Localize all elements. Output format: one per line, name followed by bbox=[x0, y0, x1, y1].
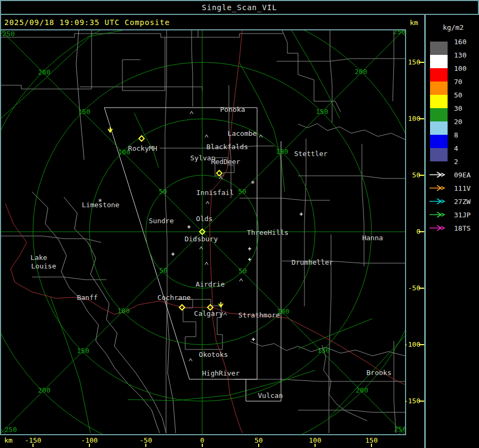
x-axis-label--150: -150 bbox=[20, 436, 46, 444]
town-label-banff: Banff bbox=[77, 294, 97, 302]
down-arrow-icon bbox=[219, 302, 223, 307]
x-axis-tick bbox=[315, 444, 316, 447]
x-axis-label-150: 150 bbox=[359, 436, 384, 444]
legend-value-label: 70 bbox=[454, 78, 463, 86]
legend-color-block-100 bbox=[430, 68, 448, 82]
town-label-threehills: ThreeHills bbox=[247, 229, 288, 237]
legend-value-label: 160 bbox=[454, 38, 466, 46]
legend-value-label: 20 bbox=[454, 118, 463, 126]
small-town-plus-icon bbox=[300, 213, 303, 216]
ring-distance-label: 200 bbox=[356, 386, 368, 394]
small-town-plus-icon bbox=[248, 247, 251, 250]
ring-distance-label: 200 bbox=[354, 68, 367, 76]
ring-distance-label: 50 bbox=[238, 188, 246, 196]
ring-distance-label: 200 bbox=[38, 68, 50, 76]
legend-color-block-4 bbox=[430, 148, 448, 161]
town-label-rockymh: RockyMH bbox=[128, 144, 158, 152]
x-axis-tick bbox=[145, 444, 146, 447]
x-axis-label-100: 100 bbox=[302, 436, 328, 444]
radar-id-label-27ZW: 27ZW bbox=[454, 198, 470, 206]
radar-id-label-18TS: 18TS bbox=[454, 224, 470, 232]
y-axis-label--100: -100 bbox=[403, 340, 420, 348]
town-label-brooks: Brooks bbox=[367, 369, 392, 377]
window-title: Single_Scan_VIL bbox=[202, 3, 277, 12]
small-town-caret-icon bbox=[224, 313, 227, 315]
legend-color-block-20 bbox=[430, 121, 448, 135]
town-label-calgary: Calgary bbox=[194, 309, 224, 317]
radar-arrow-icon-27ZW bbox=[429, 198, 448, 205]
legend-color-block-50 bbox=[430, 95, 448, 108]
town-label-louise: Louise bbox=[31, 262, 56, 270]
y-axis-tick bbox=[419, 62, 424, 63]
y-axis-label-150: 150 bbox=[403, 58, 420, 66]
town-label-highriver: HighRiver bbox=[202, 369, 240, 377]
x-axis-label--100: -100 bbox=[77, 436, 102, 444]
town-label-olds: Olds bbox=[196, 215, 212, 223]
x-axis-unit-label: km bbox=[4, 436, 13, 444]
legend-value-label: 2 bbox=[454, 158, 458, 166]
ring-distance-label: 150 bbox=[78, 108, 90, 116]
ring-distance-label: 50 bbox=[159, 188, 167, 196]
y-axis-label-100: 100 bbox=[403, 115, 420, 123]
legend-value-label: 50 bbox=[454, 91, 463, 99]
legend-color-block-70 bbox=[430, 82, 448, 95]
town-labels: PonokaLacombeBlackfaldsSylvanRedDeerStet… bbox=[30, 105, 391, 400]
vil-legend-panel: kg/m2 16013010070503020842 09EA111V27ZW3… bbox=[426, 15, 479, 448]
legend-value-label: 4 bbox=[454, 144, 458, 152]
small-town-star-icon: * bbox=[251, 179, 255, 188]
town-label-drumheller: Drumheller bbox=[292, 258, 333, 266]
town-label-reddeer: RedDeer bbox=[211, 158, 241, 166]
town-label-airdrie: Airdrie bbox=[196, 280, 225, 288]
legend-value-label: 8 bbox=[454, 131, 458, 139]
title-bar: Single_Scan_VIL bbox=[0, 0, 479, 15]
radar-arrow-icon-31JP bbox=[429, 211, 448, 218]
x-axis-tick bbox=[371, 444, 372, 447]
small-town-caret-icon bbox=[205, 135, 208, 137]
legend-color-block-8 bbox=[430, 135, 448, 148]
town-label-lake: Lake bbox=[30, 254, 47, 262]
legend-color-block-30 bbox=[430, 108, 448, 121]
x-axis-label-50: 50 bbox=[246, 436, 271, 444]
legend-value-label: 130 bbox=[454, 51, 466, 59]
small-town-caret-icon bbox=[189, 359, 192, 361]
ring-distance-label: 150 bbox=[317, 346, 329, 354]
town-label-cochrane: Cochrane bbox=[158, 294, 191, 302]
ring-distance-label: 250 bbox=[394, 425, 405, 433]
small-town-caret-icon bbox=[205, 262, 208, 265]
small-town-plus-icon bbox=[171, 252, 175, 256]
scan-timestamp: 2025/09/18 19:09:35 UTC Composite bbox=[4, 18, 170, 27]
ring-distance-label: 250 bbox=[4, 426, 16, 434]
legend-color-block-130 bbox=[430, 55, 448, 68]
small-town-plus-icon bbox=[252, 338, 255, 341]
y-axis-tick bbox=[419, 344, 424, 345]
town-label-stettler: Stettler bbox=[294, 150, 328, 158]
legend-value-label: 30 bbox=[454, 104, 463, 112]
radar-arrow-icon-18TS bbox=[429, 224, 448, 232]
small-town-caret-icon bbox=[190, 111, 193, 114]
x-axis-label--50: -50 bbox=[133, 436, 159, 444]
small-town-plus-icon bbox=[187, 225, 191, 229]
small-town-star-icon: * bbox=[98, 197, 102, 206]
radar-id-label-09EA: 09EA bbox=[454, 171, 470, 179]
radar-id-label-111V: 111V bbox=[454, 184, 470, 192]
y-axis-tick bbox=[419, 175, 424, 176]
x-axis-label-0: 0 bbox=[189, 436, 215, 444]
legend-value-label: 100 bbox=[454, 64, 466, 72]
y-axis-label-0: 0 bbox=[403, 227, 420, 235]
town-label-innisfail: Innisfail bbox=[196, 189, 234, 197]
town-label-okotoks: Okotoks bbox=[199, 351, 228, 359]
y-axis-tick bbox=[419, 231, 424, 232]
y-axis-label-50: 50 bbox=[403, 171, 420, 179]
x-axis-tick bbox=[89, 444, 90, 447]
town-label-vulcan: Vulcan bbox=[258, 392, 283, 400]
town-label-blackfalds: Blackfalds bbox=[207, 143, 248, 151]
town-label-hanna: Hanna bbox=[362, 234, 383, 242]
radar-map[interactable]: 5050505010010010010015015015015020020020… bbox=[0, 29, 406, 435]
ring-distance-label: 150 bbox=[316, 108, 328, 116]
ring-distance-label: 50 bbox=[159, 266, 168, 274]
y-axis-tick bbox=[419, 288, 424, 289]
ring-distance-label: 100 bbox=[117, 307, 129, 315]
town-label-ponoka: Ponoka bbox=[220, 105, 245, 113]
town-label-strathmore: Strathmore bbox=[238, 311, 280, 319]
town-label-didsbury: Didsbury bbox=[185, 235, 218, 243]
